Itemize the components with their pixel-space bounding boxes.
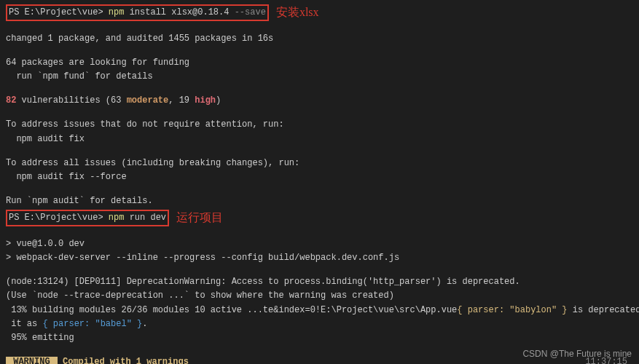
vuln-count: 82 [6, 95, 16, 106]
cmd-npm: npm [109, 213, 130, 223]
parser-brace: { parser: [457, 305, 509, 315]
prompt-path: PS E:\Project\vue> [9, 7, 109, 17]
output-line: (Use `node --trace-deprecation ...` to s… [6, 289, 633, 303]
text: ) [216, 95, 221, 106]
text: vulnerabilities (63 [16, 95, 126, 106]
cmd-npm: npm [109, 7, 130, 17]
text: is deprecated; we now treat [568, 305, 639, 315]
cmd-args: run dev [130, 213, 166, 223]
build-progress-line: it as { parser: "babel" }. [6, 317, 633, 331]
output-line: To address all issues (including breakin… [6, 157, 633, 170]
output-line: changed 1 package, and audited 1455 pack… [6, 32, 633, 46]
output-line: Run `npm audit` for details. [6, 194, 633, 208]
output-line: > webpack-dev-server --inline --progress… [6, 251, 633, 265]
annotation-rundev: 运行项目 [176, 211, 223, 223]
annotation-install: 安装xlsx [276, 6, 319, 18]
output-line: 64 packages are looking for funding [6, 56, 633, 70]
high-label: high [195, 95, 216, 106]
text: . [142, 319, 147, 329]
text: 13% building modules 26/36 modules 10 ac… [6, 305, 457, 315]
emitting-line: 95% emitting [6, 331, 633, 345]
vulnerabilities-line: 82 vulnerabilities (63 moderate, 19 high… [6, 94, 633, 108]
warning-badge: WARNING [6, 357, 58, 364]
parser-brace: { parser: [42, 319, 95, 329]
output-line: To address issues that do not require at… [6, 118, 633, 132]
highlight-box-install: PS E:\Project\vue> npm install xlsx@0.18… [6, 4, 269, 21]
warning-text: Compiled with 1 warnings [58, 357, 189, 364]
prompt-line-1: PS E:\Project\vue> npm install xlsx@0.18… [6, 3, 633, 22]
output-line: npm audit fix --force [6, 170, 633, 184]
prompt-path: PS E:\Project\vue> [9, 213, 109, 223]
text: it as [6, 319, 42, 329]
highlight-box-rundev: PS E:\Project\vue> npm run dev [6, 210, 169, 226]
parser-brace: } [132, 319, 142, 329]
deprecation-warning: (node:13124) [DEP0111] DeprecationWarnin… [6, 275, 633, 289]
parser-value: "babylon" [509, 305, 557, 315]
output-line: run `npm fund` for details [6, 70, 633, 84]
output-line: > vue@1.0.0 dev [6, 237, 633, 251]
text: , 19 [168, 95, 195, 106]
parser-brace: } [557, 305, 567, 315]
prompt-line-2: PS E:\Project\vue> npm run dev运行项目 [6, 208, 633, 227]
watermark: CSDN @The Future is mine [522, 347, 632, 361]
build-progress-line: 13% building modules 26/36 modules 10 ac… [6, 304, 633, 317]
cmd-flag: --save [235, 7, 266, 17]
cmd-args: install xlsx@0.18.4 [130, 7, 235, 17]
moderate-label: moderate [127, 95, 169, 106]
output-line: npm audit fix [6, 132, 633, 146]
parser-value: "babel" [95, 319, 131, 329]
terminal-output[interactable]: PS E:\Project\vue> npm install xlsx@0.18… [6, 3, 633, 364]
